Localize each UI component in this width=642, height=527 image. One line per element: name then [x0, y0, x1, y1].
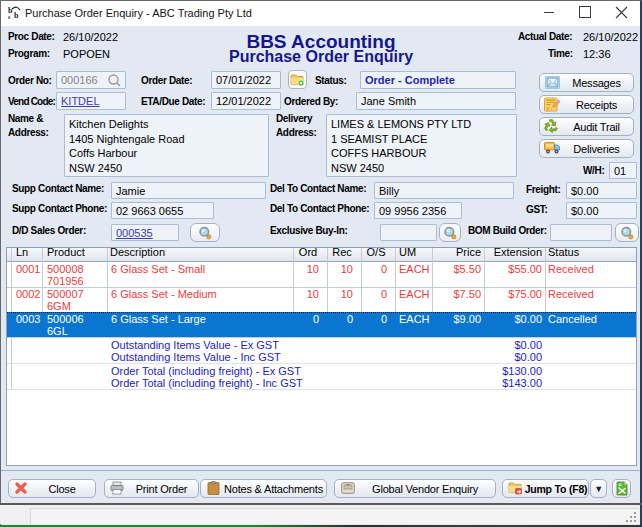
svg-text:b: b	[14, 11, 19, 20]
